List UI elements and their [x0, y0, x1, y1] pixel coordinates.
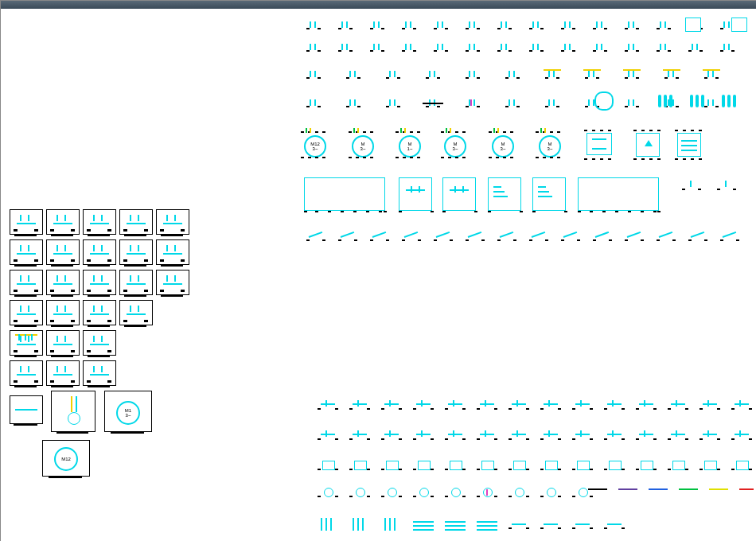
- coil-box-1[interactable]: [685, 18, 701, 32]
- component-symbol[interactable]: [509, 399, 531, 411]
- palette-thumb[interactable]: [156, 209, 189, 235]
- thumb-motor-m1[interactable]: M1 3~: [104, 391, 152, 432]
- component-symbol[interactable]: [318, 518, 340, 531]
- component-symbol[interactable]: [668, 399, 690, 411]
- switch-symbol[interactable]: [434, 230, 454, 243]
- component-symbol[interactable]: [445, 518, 467, 531]
- inductor-group[interactable]: [722, 95, 742, 109]
- contact-symbol[interactable]: [306, 69, 322, 80]
- contact-symbol[interactable]: [434, 20, 450, 31]
- component-symbol[interactable]: [381, 429, 403, 442]
- component-symbol[interactable]: [445, 429, 467, 442]
- palette-thumb[interactable]: [83, 239, 116, 265]
- palette-thumb[interactable]: [46, 360, 80, 386]
- palette-thumb[interactable]: [10, 360, 43, 386]
- contact-symbol[interactable]: [466, 20, 481, 31]
- switch-symbol[interactable]: [466, 230, 486, 243]
- palette-thumb[interactable]: [83, 209, 116, 235]
- component-symbol[interactable]: [509, 459, 531, 472]
- contact-symbol[interactable]: [466, 69, 481, 80]
- palette-thumb[interactable]: [119, 300, 153, 325]
- contact-symbol[interactable]: [370, 42, 386, 53]
- palette-thumb[interactable]: [83, 270, 116, 295]
- device-box-4[interactable]: [532, 177, 566, 211]
- device-socket[interactable]: [677, 133, 701, 157]
- wire-sample-blue[interactable]: [649, 488, 668, 490]
- component-symbol[interactable]: [572, 399, 594, 411]
- component-symbol[interactable]: [349, 459, 372, 472]
- component-symbol[interactable]: [636, 399, 658, 411]
- palette-thumb[interactable]: [10, 300, 43, 325]
- contact-symbol[interactable]: [306, 98, 322, 109]
- component-symbol[interactable]: [604, 429, 626, 442]
- contact-symbol[interactable]: [593, 20, 609, 31]
- inductor-group[interactable]: [690, 95, 711, 109]
- component-symbol[interactable]: [477, 486, 499, 499]
- component-symbol[interactable]: [540, 459, 563, 472]
- component-symbol[interactable]: [477, 399, 499, 411]
- contact-symbol[interactable]: [657, 20, 672, 31]
- contact-symbol[interactable]: [434, 42, 450, 53]
- contact-symbol[interactable]: [585, 69, 601, 80]
- inductor-group[interactable]: [658, 95, 679, 109]
- component-symbol[interactable]: [509, 486, 531, 499]
- transformer-icon[interactable]: [591, 91, 615, 111]
- palette-thumb[interactable]: [119, 239, 153, 265]
- component-symbol[interactable]: [636, 429, 658, 442]
- push-pull-symbol[interactable]: [717, 181, 738, 192]
- component-symbol[interactable]: [381, 459, 403, 472]
- contact-symbol[interactable]: [704, 69, 720, 80]
- component-symbol[interactable]: [604, 459, 626, 472]
- switch-symbol[interactable]: [402, 230, 423, 243]
- switch-symbol[interactable]: [625, 230, 645, 243]
- contact-symbol[interactable]: [306, 20, 322, 31]
- palette-thumb[interactable]: [83, 300, 116, 325]
- contact-symbol[interactable]: [593, 42, 609, 53]
- device-box-wide[interactable]: [304, 177, 385, 211]
- component-symbol[interactable]: [699, 399, 722, 411]
- component-symbol[interactable]: [668, 459, 690, 472]
- device-box-1[interactable]: [399, 177, 432, 211]
- component-symbol[interactable]: [572, 518, 594, 531]
- palette-thumb[interactable]: [10, 239, 43, 265]
- palette-thumb[interactable]: [46, 300, 80, 325]
- contact-symbol[interactable]: [497, 42, 513, 53]
- component-symbol[interactable]: [540, 518, 563, 531]
- component-symbol[interactable]: [318, 429, 340, 442]
- component-symbol[interactable]: [477, 518, 499, 531]
- contact-symbol[interactable]: [505, 69, 521, 80]
- motor-m-3ph-3[interactable]: M 3~: [492, 135, 514, 158]
- component-symbol[interactable]: [349, 429, 372, 442]
- component-symbol[interactable]: [445, 459, 467, 472]
- contact-symbol[interactable]: [545, 98, 561, 109]
- component-symbol[interactable]: [381, 518, 403, 531]
- component-symbol[interactable]: [349, 399, 372, 411]
- palette-thumb[interactable]: [46, 330, 80, 356]
- contact-symbol[interactable]: [545, 69, 561, 80]
- contact-symbol[interactable]: [466, 98, 481, 109]
- contact-symbol[interactable]: [625, 69, 641, 80]
- device-box-2[interactable]: [442, 177, 476, 211]
- contact-symbol[interactable]: [688, 42, 704, 53]
- switch-symbol[interactable]: [497, 230, 518, 243]
- contact-symbol[interactable]: [505, 98, 521, 109]
- switch-symbol[interactable]: [529, 230, 550, 243]
- contact-symbol[interactable]: [346, 69, 362, 80]
- component-symbol[interactable]: [572, 429, 594, 442]
- motor-m-3ph-4[interactable]: M 3~: [539, 135, 561, 158]
- component-symbol[interactable]: [731, 429, 754, 442]
- component-symbol[interactable]: [381, 486, 403, 499]
- contact-symbol[interactable]: [386, 69, 402, 80]
- wire-sample-yellow[interactable]: [709, 488, 728, 490]
- palette-thumb[interactable]: [46, 209, 80, 235]
- thumb-breaker-detail[interactable]: [51, 391, 95, 432]
- thumb-motor-small[interactable]: [10, 395, 43, 424]
- drawing-canvas[interactable]: /* rendered below via JS loops for compa…: [1, 9, 756, 541]
- switch-symbol[interactable]: [688, 230, 709, 243]
- contact-symbol[interactable]: [370, 20, 386, 31]
- contact-symbol[interactable]: [346, 98, 362, 109]
- contact-symbol[interactable]: [625, 42, 641, 53]
- push-pull-symbol[interactable]: [682, 181, 703, 192]
- contact-symbol[interactable]: [529, 20, 545, 31]
- palette-thumb[interactable]: [119, 270, 153, 295]
